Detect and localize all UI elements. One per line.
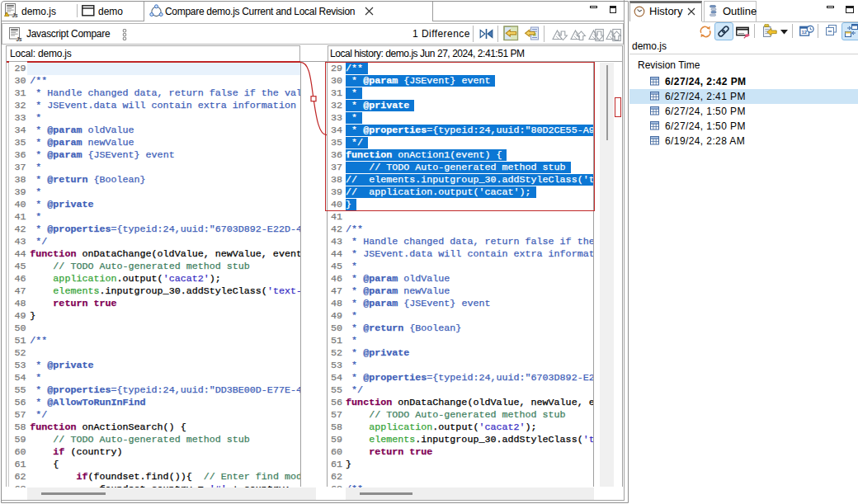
svg-text:12: 12 bbox=[802, 30, 808, 35]
